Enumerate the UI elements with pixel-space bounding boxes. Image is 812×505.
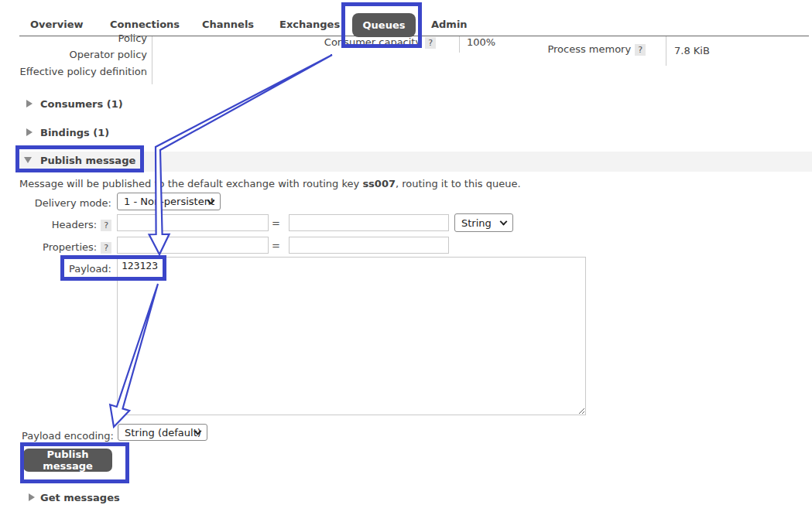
consumer-capacity-value: 100% <box>467 36 495 48</box>
policy-column-divider <box>152 36 152 84</box>
payload-textarea[interactable]: 123123 <box>117 257 586 415</box>
payload-label: Payload: <box>0 263 111 275</box>
properties-help-icon[interactable]: ? <box>101 242 111 254</box>
properties-key-input[interactable] <box>117 237 269 254</box>
tab-exchanges[interactable]: Exchanges <box>279 19 340 30</box>
process-memory-value: 7.8 KiB <box>674 45 710 56</box>
process-memory-help-icon[interactable]: ? <box>635 44 646 56</box>
section-publish-message[interactable]: Publish message <box>40 155 135 166</box>
payload-encoding-select[interactable]: String (default) <box>118 424 207 441</box>
properties-equals: = <box>272 240 280 251</box>
consumer-capacity-divider <box>459 36 460 53</box>
process-memory-label: Process memory? <box>503 43 646 56</box>
consumer-capacity-help-icon[interactable]: ? <box>425 37 436 49</box>
delivery-mode-label: Delivery mode: <box>0 197 111 209</box>
publish-message-expand-icon[interactable] <box>24 157 32 163</box>
headers-help-icon[interactable]: ? <box>101 220 111 231</box>
section-bindings[interactable]: Bindings (1) <box>40 127 109 138</box>
headers-equals: = <box>272 217 280 229</box>
publish-message-button[interactable]: Publish message <box>23 449 112 472</box>
tab-overview[interactable]: Overview <box>30 19 84 30</box>
tab-queues[interactable]: Queues <box>352 13 416 37</box>
bindings-collapse-icon[interactable] <box>26 128 33 136</box>
get-messages-collapse-icon[interactable] <box>29 493 35 501</box>
properties-label: Properties:? <box>0 241 111 254</box>
consumers-collapse-icon[interactable] <box>26 100 33 107</box>
headers-label: Headers:? <box>0 219 111 231</box>
publish-message-header-bar <box>19 152 812 172</box>
publish-description: Message will be published to the default… <box>19 178 521 189</box>
tab-queues-label: Queues <box>363 19 406 31</box>
routing-key: ss007 <box>362 178 396 189</box>
tab-admin[interactable]: Admin <box>431 19 468 30</box>
section-get-messages[interactable]: Get messages <box>40 492 120 503</box>
headers-value-input[interactable] <box>289 214 449 231</box>
headers-type-select[interactable]: String <box>454 213 513 232</box>
tab-connections[interactable]: Connections <box>110 19 180 30</box>
operator-policy-row-label: Operator policy <box>0 49 147 60</box>
tab-channels[interactable]: Channels <box>202 19 254 30</box>
headers-key-input[interactable] <box>117 214 269 231</box>
payload-encoding-label: Payload encoding: <box>22 430 111 442</box>
queue-detail-page: Policy Operator policy Effective policy … <box>0 0 812 505</box>
policy-row-label: Policy <box>0 32 147 44</box>
chevron-down-icon <box>500 218 508 226</box>
process-memory-divider <box>666 36 666 66</box>
consumer-capacity-label: Consumer capacity? <box>294 36 436 49</box>
delivery-mode-select[interactable]: 1 - Non-persistent <box>117 193 221 210</box>
properties-value-input[interactable] <box>289 237 449 254</box>
section-consumers[interactable]: Consumers (1) <box>40 98 123 110</box>
effective-policy-definition-row-label: Effective policy definition <box>0 66 147 77</box>
